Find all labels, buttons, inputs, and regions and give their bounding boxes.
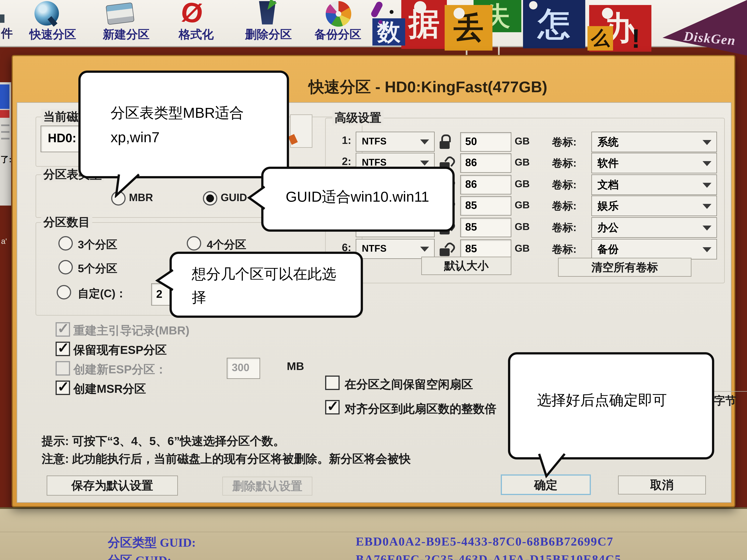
chevron-down-icon [702,161,712,166]
chevron-down-icon [420,247,429,252]
window-edge-fragment [498,46,500,55]
volume-dropdown[interactable]: 系统 [591,132,717,152]
checkbox-align-partitions[interactable] [325,400,340,415]
size-unit: GB [515,221,530,233]
row-index: 1: [334,134,351,147]
list-row-fragment [1,138,9,139]
backup-partition-icon[interactable] [326,1,351,27]
esp-size-input[interactable]: 300 [227,358,260,379]
radio-5-partitions-label[interactable]: 5个分区 [78,261,117,276]
format-icon[interactable]: Ø [179,0,205,31]
volume-caption: 卷标: [552,199,576,213]
new-partition-icon[interactable] [106,2,134,25]
banner-hole [414,1,426,14]
chevron-down-icon [420,161,429,165]
banner-char-block: 么 [588,26,613,51]
size-unit: GB [515,178,530,190]
checkbox-keep-free-sectors-label: 在分区之间保留空闲扇区 [344,377,473,392]
esp-size-unit: MB [287,360,304,373]
toolbar-item-new-partition[interactable]: 新建分区 [103,27,150,42]
warning-text: 注意: 此功能执行后，当前磁盘上的现有分区将被删除。新分区将会被快 [42,451,411,467]
radio-custom-count[interactable] [57,285,71,299]
cancel-button[interactable]: 取消 [618,476,706,495]
radio-3-partitions[interactable] [58,236,73,250]
radio-guid-label[interactable]: GUID [221,192,247,204]
black-dot [390,10,393,14]
volume-caption: 卷标: [552,156,576,170]
checkbox-create-msr-label: 创建MSR分区 [73,381,146,397]
toolbar-item-format[interactable]: 格式化 [179,27,214,42]
partition-type-guid-label: 分区类型 GUID: [108,534,196,551]
delete-default-button[interactable]: 删除默认设置 [222,477,312,496]
radio-custom-count-label[interactable]: 自定(C)： [78,286,127,301]
checkbox-rebuild-mbr[interactable] [56,322,70,337]
lock-icon[interactable] [440,134,449,149]
checkbox-rebuild-mbr-label: 重建主引导记录(MBR) [73,323,189,338]
size-unit: GB [515,157,530,168]
disc-q-tail [48,16,57,26]
radio-5-partitions[interactable] [58,260,73,274]
chevron-down-icon [420,139,429,144]
list-row-fragment [1,131,9,133]
banner-exclaim: ! [632,23,640,54]
toolbar-item-partial[interactable]: 件 [1,26,13,41]
size-unit: GB [515,199,530,211]
annotation-bubble-count: 想分几个区可以在此选 择 [170,252,363,318]
checkbox-keep-free-sectors[interactable] [325,376,340,390]
bubble-tail [534,452,568,479]
volume-dropdown[interactable]: 文档 [591,175,717,195]
hint-text: 提示: 可按下“3、4、5、6”快速选择分区个数。 [42,433,285,449]
dialog-bottom-shadow [0,507,747,509]
stage: 分区类型 GUID: EBD0A0A2-B9E5-4433-87C0-68B6B… [0,0,747,560]
partition-colorbar-fragment [0,84,9,109]
list-row-fragment [1,125,9,126]
radio-4-partitions[interactable] [187,236,201,250]
save-default-button[interactable]: 保存为默认设置 [47,476,178,496]
volume-dropdown[interactable]: 备份 [591,239,717,260]
fs-dropdown[interactable]: NTFS [356,132,435,152]
partition-guid-label: 分区 GUID: [108,552,171,560]
checkbox-new-esp-label: 创建新ESP分区： [73,362,167,377]
partition-colorbar-fragment [0,110,9,118]
default-size-button[interactable]: 默认大小 [421,257,511,275]
unlock-icon[interactable] [440,241,449,256]
size-input[interactable]: 50 [460,132,511,152]
size-input[interactable]: 86 [460,153,511,173]
chevron-down-icon [702,183,712,188]
volume-caption: 卷标: [552,135,576,150]
bubble-text: 分区表类型MBR适合 [111,102,244,124]
partition-guid-value: BA76E0FC-2C35-463D-A1FA-D15BE10E84C5 [356,552,621,560]
radio-3-partitions-label[interactable]: 3个分区 [78,237,117,252]
bubble-text: 择 [192,286,206,308]
size-input[interactable]: 86 [460,175,511,194]
clear-labels-button[interactable]: 清空所有卷标 [558,258,691,277]
fs-dropdown[interactable]: NTFS [356,239,435,259]
size-input[interactable]: 85 [460,218,511,237]
banner-hole [529,1,538,9]
radio-4-partitions-label[interactable]: 4个分区 [207,237,246,252]
left-edge-text: 了: [1,155,12,165]
banner-hole [454,8,465,19]
bubble-text: 选择好后点确定即可 [537,389,667,411]
checkbox-new-esp[interactable] [56,361,70,376]
toolbar-item-backup-partition[interactable]: 备份分区 [315,27,361,42]
volume-dropdown[interactable]: 办公 [591,217,717,238]
quick-partition-icon[interactable] [34,1,59,26]
volume-dropdown[interactable]: 娱乐 [591,195,717,216]
volume-dropdown[interactable]: 软件 [591,153,717,174]
purple-dot [379,20,382,24]
volume-caption: 卷标: [552,178,576,192]
banner-char-block: 丢 [445,5,492,51]
size-input[interactable]: 85 [460,239,511,259]
checkbox-create-msr[interactable] [56,380,70,395]
size-input[interactable]: 85 [460,196,511,216]
size-unit: GB [515,243,530,255]
bubble-text: xp,win7 [111,126,159,148]
bubble-text: GUID适合win10.win11 [286,186,429,208]
radio-guid[interactable] [203,191,217,206]
banner-hole [602,8,613,19]
checkbox-keep-esp[interactable] [56,342,70,356]
toolbar-item-quick-partition[interactable]: 快速分区 [29,27,76,42]
toolbar-item-delete-partition[interactable]: 删除分区 [245,27,292,42]
banner-char-block: 数 [372,18,405,46]
